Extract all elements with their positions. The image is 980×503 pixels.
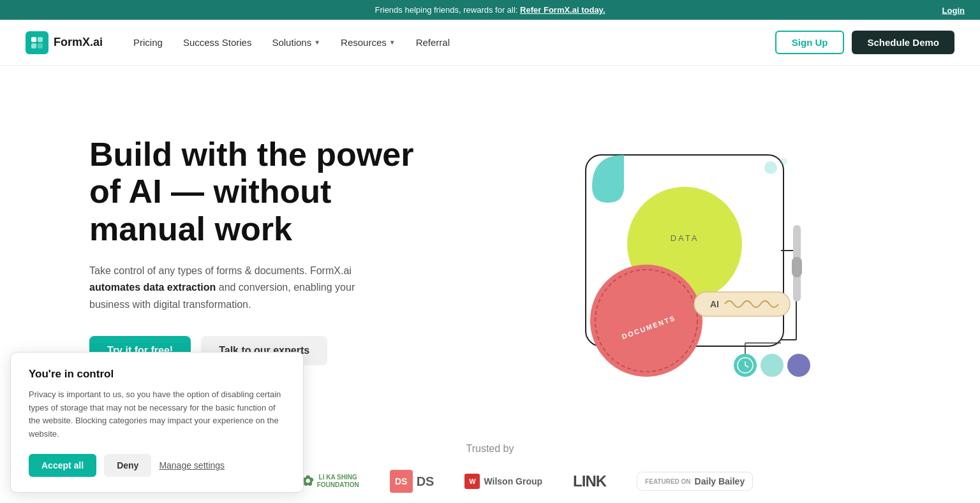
hero-illustration: DATA DOCUMENTS AI <box>447 104 891 397</box>
nav-links: Pricing Success Stories Solutions ▼ Reso… <box>133 37 775 48</box>
nav-resources[interactable]: Resources ▼ <box>341 37 396 48</box>
navbar: FormX.ai Pricing Success Stories Solutio… <box>0 20 980 66</box>
hero-content: Build with the power of AI — without man… <box>89 136 447 365</box>
hero-subtitle: Take control of any types of forms & doc… <box>89 263 396 313</box>
svg-point-7 <box>590 265 702 377</box>
svg-rect-2 <box>31 43 36 48</box>
formx-logo-svg <box>30 36 44 50</box>
cookie-buttons: Accept all Deny Manage settings <box>29 454 285 477</box>
cookie-title: You're in control <box>29 368 285 381</box>
nav-actions: Sign Up Schedule Demo <box>775 31 954 54</box>
login-link[interactable]: Login <box>942 5 965 15</box>
referral-link[interactable]: Refer FormX.ai today. <box>520 5 605 15</box>
schedule-demo-button[interactable]: Schedule Demo <box>852 31 954 54</box>
svg-rect-16 <box>792 257 802 277</box>
svg-rect-0 <box>31 37 36 42</box>
solutions-chevron-icon: ▼ <box>314 39 320 46</box>
hero-title: Build with the power of AI — without man… <box>89 136 447 247</box>
nav-pricing[interactable]: Pricing <box>133 37 163 48</box>
nav-solutions[interactable]: Solutions ▼ <box>272 37 320 48</box>
ai-illustration: DATA DOCUMENTS AI <box>522 104 815 397</box>
cookie-text: Privacy is important to us, so you have … <box>29 388 285 441</box>
logo-wilson-group: W Wilson Group <box>464 474 542 489</box>
svg-rect-1 <box>38 37 43 42</box>
nav-success-stories[interactable]: Success Stories <box>183 37 252 48</box>
svg-point-26 <box>780 157 787 165</box>
sign-up-button[interactable]: Sign Up <box>775 31 845 54</box>
logo-text: FormX.ai <box>54 36 103 49</box>
deny-button[interactable]: Deny <box>104 454 151 477</box>
logo-ds: DS DS <box>390 470 434 493</box>
illustration-svg: DATA DOCUMENTS AI <box>522 104 815 397</box>
resources-chevron-icon: ▼ <box>389 39 396 46</box>
logo-daily-bailey: FEATURED ON Daily Bailey <box>637 472 753 491</box>
svg-point-25 <box>764 161 777 174</box>
cookie-banner: You're in control Privacy is important t… <box>10 352 304 493</box>
accept-all-button[interactable]: Accept all <box>29 454 96 477</box>
logo-li-ka-shing: ✿ LI KA SHINGFOUNDATION <box>302 473 359 490</box>
svg-rect-3 <box>38 43 43 48</box>
top-banner: Friends helping friends, rewards for all… <box>0 0 980 20</box>
nav-referral[interactable]: Referral <box>416 37 450 48</box>
banner-text: Friends helping friends, rewards for all… <box>375 5 520 15</box>
logo[interactable]: FormX.ai <box>26 31 103 54</box>
manage-settings-button[interactable]: Manage settings <box>159 460 225 470</box>
svg-point-18 <box>761 354 783 377</box>
logo-link: LINK <box>573 472 606 490</box>
logo-icon <box>26 31 48 54</box>
svg-point-19 <box>787 354 810 377</box>
svg-text:DATA: DATA <box>671 233 699 243</box>
svg-text:AI: AI <box>710 299 719 309</box>
